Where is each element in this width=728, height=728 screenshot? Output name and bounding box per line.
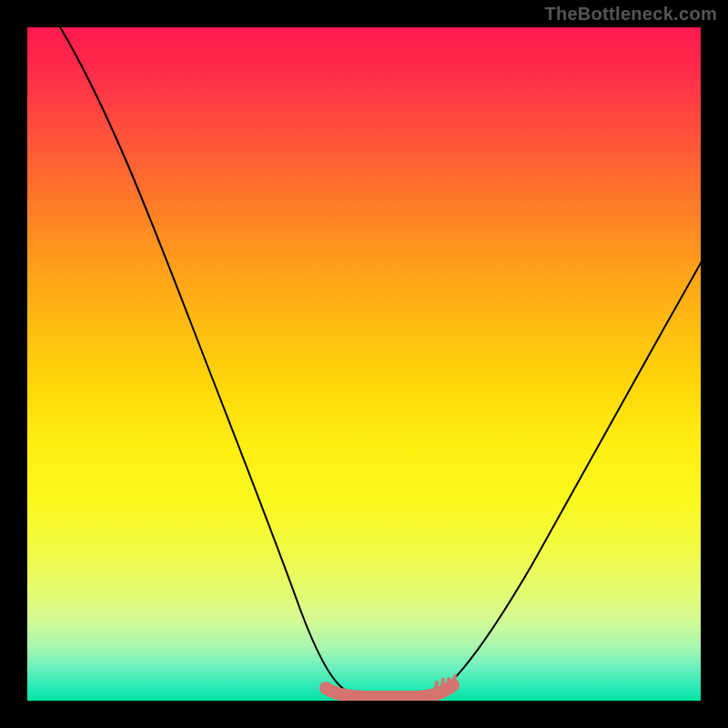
watermark-text: TheBottleneck.com (544, 4, 717, 25)
chart-frame: TheBottleneck.com (0, 0, 728, 728)
svg-line-0 (435, 682, 437, 693)
svg-line-2 (448, 679, 449, 689)
curve-layer (27, 27, 701, 701)
svg-line-1 (441, 680, 443, 692)
plot-area (27, 27, 701, 701)
svg-line-3 (453, 676, 455, 686)
bottleneck-curve (55, 27, 701, 695)
